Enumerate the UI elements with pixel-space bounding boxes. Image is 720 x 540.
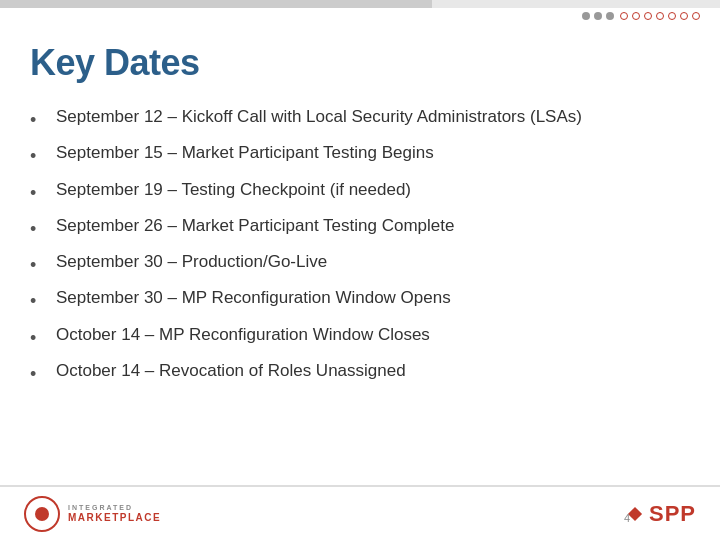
spp-label: SPP xyxy=(649,501,696,527)
dot-red-outline-4 xyxy=(656,12,664,20)
bullet-text: September 12 – Kickoff Call with Local S… xyxy=(56,106,690,129)
logo-integrated-label: INTEGRATED xyxy=(68,504,161,512)
bullet-text: September 19 – Testing Checkpoint (if ne… xyxy=(56,179,690,202)
dot-gray-2 xyxy=(594,12,602,20)
list-item: • September 30 – MP Reconfiguration Wind… xyxy=(30,287,690,313)
dot-red-outline-3 xyxy=(644,12,652,20)
dots-gray-group xyxy=(582,12,614,20)
bullet-dot: • xyxy=(30,253,48,277)
bullet-text: October 14 – MP Reconfiguration Window C… xyxy=(56,324,690,347)
dot-red-outline-2 xyxy=(632,12,640,20)
bullet-text: October 14 – Revocation of Roles Unassig… xyxy=(56,360,690,383)
bullet-text: September 30 – Production/Go-Live xyxy=(56,251,690,274)
logo-marketplace-label: MARKETPLACE xyxy=(68,512,161,523)
dots-decoration xyxy=(582,12,700,20)
dot-red-outline-6 xyxy=(680,12,688,20)
dot-red-outline-1 xyxy=(620,12,628,20)
dot-gray-1 xyxy=(582,12,590,20)
svg-rect-0 xyxy=(628,506,642,520)
list-item: • October 14 – Revocation of Roles Unass… xyxy=(30,360,690,386)
list-item: • September 12 – Kickoff Call with Local… xyxy=(30,106,690,132)
top-decorative-bar xyxy=(0,0,720,8)
bullet-dot: • xyxy=(30,362,48,386)
key-dates-list: • September 12 – Kickoff Call with Local… xyxy=(30,106,690,386)
bullet-dot: • xyxy=(30,181,48,205)
logo-integrated-marketplace: INTEGRATED MARKETPLACE xyxy=(24,496,161,532)
dot-red-outline-7 xyxy=(692,12,700,20)
bullet-text: September 15 – Market Participant Testin… xyxy=(56,142,690,165)
bullet-dot: • xyxy=(30,144,48,168)
dot-red-outline-5 xyxy=(668,12,676,20)
logo-text: INTEGRATED MARKETPLACE xyxy=(68,504,161,523)
bullet-text: September 30 – MP Reconfiguration Window… xyxy=(56,287,690,310)
dot-gray-3 xyxy=(606,12,614,20)
bullet-dot: • xyxy=(30,289,48,313)
list-item: • September 30 – Production/Go-Live xyxy=(30,251,690,277)
list-item: • September 15 – Market Participant Test… xyxy=(30,142,690,168)
list-item: • October 14 – MP Reconfiguration Window… xyxy=(30,324,690,350)
footer-bar: INTEGRATED MARKETPLACE SPP xyxy=(0,485,720,540)
page-number: 4 xyxy=(624,512,630,524)
page-title: Key Dates xyxy=(30,42,690,84)
list-item: • September 26 – Market Participant Test… xyxy=(30,215,690,241)
logo-circle-inner xyxy=(35,507,49,521)
bullet-dot: • xyxy=(30,326,48,350)
logo-circle-icon xyxy=(24,496,60,532)
logo-spp: SPP xyxy=(625,501,696,527)
dots-red-group xyxy=(620,12,700,20)
bullet-text: September 26 – Market Participant Testin… xyxy=(56,215,690,238)
main-content: Key Dates • September 12 – Kickoff Call … xyxy=(30,30,690,480)
list-item: • September 19 – Testing Checkpoint (if … xyxy=(30,179,690,205)
slide: Key Dates • September 12 – Kickoff Call … xyxy=(0,0,720,540)
bullet-dot: • xyxy=(30,217,48,241)
bullet-dot: • xyxy=(30,108,48,132)
